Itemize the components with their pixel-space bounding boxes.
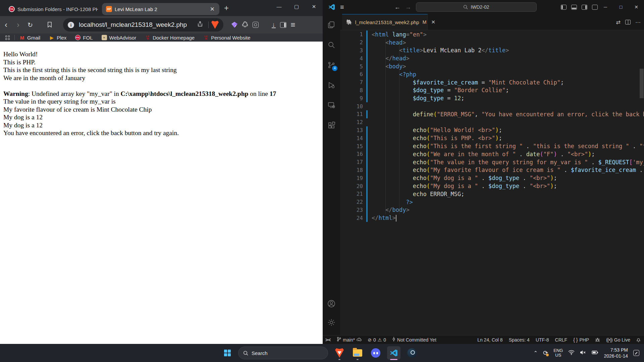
editor-tab-strip: 🐘 l_mclean215318_week2.php M ✕ ⇄ ⋯ — [323, 14, 644, 30]
git-commit-status[interactable]: Not Committed Yet — [392, 337, 436, 343]
sidebar-toggle-icon[interactable] — [280, 22, 286, 28]
new-tab-button[interactable]: + — [224, 3, 229, 13]
indentation-setting[interactable]: Spaces: 4 — [509, 337, 530, 343]
blank-line — [3, 82, 323, 90]
battery-icon[interactable] — [592, 350, 598, 356]
divider — [14, 35, 15, 40]
share-icon[interactable] — [197, 21, 203, 28]
address-bar[interactable]: i localhost/l_mclean215318_week2.php — [63, 18, 223, 32]
errors-icon: ⊘ — [368, 337, 372, 343]
reader-mode-icon[interactable] — [253, 22, 259, 28]
taskbar-brave-icon[interactable] — [333, 346, 346, 360]
taskbar-vscode-icon[interactable] — [387, 346, 400, 360]
remote-indicator[interactable]: >< — [325, 337, 331, 343]
code-line[interactable]: 24</html> — [340, 214, 644, 222]
account-icon[interactable] — [323, 296, 340, 312]
notification-center-icon[interactable] — [633, 350, 639, 356]
clock[interactable]: 7:53 PM 2026-01-14 — [604, 347, 628, 359]
go-back-icon[interactable]: ← — [394, 4, 400, 11]
line-number: 2 — [340, 39, 363, 46]
divider — [208, 21, 209, 28]
code-line[interactable]: 1<html lang="en"> — [340, 31, 644, 39]
bookmark-webadvisor[interactable]: ≈WebAdvisor — [102, 35, 137, 41]
minimize-button[interactable]: — — [270, 0, 288, 13]
encoding-setting[interactable]: UTF-8 — [536, 337, 549, 343]
tab-close-icon[interactable]: ✕ — [431, 19, 435, 25]
windows-taskbar: Search ⌃ ⟳ ENGUS 7:53 PM 2026-01-14 — [0, 344, 644, 362]
more-actions-icon[interactable]: ⋯ — [635, 19, 641, 25]
brave-shield-icon[interactable] — [211, 21, 219, 29]
line-number: 1 — [340, 31, 363, 38]
reload-icon[interactable]: ↻ — [24, 21, 36, 29]
maximize-button[interactable]: ▢ — [288, 0, 305, 13]
run-debug-icon[interactable] — [323, 77, 340, 93]
source-control-icon[interactable]: 4 — [323, 57, 340, 73]
taskbar-steam-icon[interactable] — [405, 346, 419, 360]
fol-favicon: FOL — [9, 6, 15, 12]
bookmark-fol[interactable]: FOLFOL — [75, 35, 93, 41]
downloads-icon[interactable]: ↓ — [272, 22, 276, 28]
toggle-secondary-sidebar-icon[interactable] — [582, 5, 587, 10]
bookmark-docker-homepage[interactable]: LE VIDocker Homepage — [145, 35, 195, 41]
taskbar-search[interactable]: Search — [238, 347, 328, 359]
browser-tab-levi-mclean-lab2[interactable]: XP Levi McLean Lab 2 ✕ — [102, 3, 219, 15]
page-text-line: My favorite flavour of ice cream is Mint… — [3, 106, 323, 114]
editor-tab-active[interactable]: 🐘 l_mclean215318_week2.php M ✕ — [342, 14, 428, 30]
toggle-panel-icon[interactable] — [571, 5, 577, 10]
xampp-favicon: XP — [106, 6, 112, 12]
taskbar-file-explorer-icon[interactable] — [351, 346, 364, 360]
settings-gear-icon[interactable] — [323, 314, 340, 330]
back-icon[interactable]: ‹ — [0, 20, 12, 29]
line-number: 13 — [340, 127, 363, 133]
onedrive-sync-icon[interactable]: ⟳ — [543, 349, 548, 357]
split-editor-icon[interactable] — [625, 20, 631, 24]
language-mode[interactable]: { } PHP — [573, 337, 589, 343]
toggle-primary-sidebar-icon[interactable] — [561, 5, 567, 10]
git-modified-gutter — [366, 158, 368, 166]
spider-debug-icon[interactable] — [595, 338, 600, 342]
git-modified-gutter — [366, 174, 368, 182]
warning-line-number: 17 — [270, 90, 276, 97]
tray-overflow-chevron-icon[interactable]: ⌃ — [534, 350, 538, 356]
browser-menu-icon[interactable]: ≡ — [291, 20, 295, 29]
problems-item[interactable]: ⊘0 ⚠0 — [368, 337, 386, 343]
vscode-menu-icon[interactable]: ≡ — [340, 3, 344, 11]
cursor-position[interactable]: Ln 24, Col 8 — [477, 337, 503, 343]
remote-explorer-icon[interactable] — [323, 97, 340, 113]
apps-grid-icon[interactable] — [5, 36, 10, 40]
go-forward-icon[interactable]: → — [405, 4, 411, 11]
site-info-icon[interactable]: i — [68, 22, 74, 28]
close-button[interactable]: ✕ — [305, 0, 323, 13]
volume-muted-icon[interactable] — [580, 350, 586, 356]
notifications-bell-icon[interactable] — [636, 338, 641, 342]
input-language-indicator[interactable]: ENGUS — [553, 348, 563, 358]
code-editor[interactable]: 1<html lang="en">2 <head>3 <title>Levi M… — [340, 31, 644, 335]
url-text[interactable]: localhost/l_mclean215318_week2.php — [79, 21, 195, 28]
extensions-puzzle-icon[interactable] — [242, 21, 248, 29]
extensions-icon[interactable] — [323, 117, 340, 133]
eol-setting[interactable]: CRLF — [555, 337, 568, 343]
tab-close-icon[interactable]: ✕ — [209, 6, 215, 13]
browser-tab-submission-folders[interactable]: FOL Submission Folders - INFO-1208 PHP — [5, 3, 102, 15]
bookmark-gmail[interactable]: MGmail — [19, 35, 40, 41]
tab-title: Levi McLean Lab 2 — [115, 6, 207, 12]
editor-scrollbar-thumb[interactable] — [640, 69, 644, 98]
taskbar-discord-icon[interactable] — [369, 346, 382, 360]
search-icon[interactable] — [323, 37, 340, 53]
git-branch-item[interactable]: main* — [337, 337, 362, 343]
go-live-item[interactable]: ((•)) Go Live — [606, 337, 630, 343]
wifi-icon[interactable] — [568, 350, 575, 356]
customize-layout-icon[interactable] — [592, 5, 598, 10]
minimize-button[interactable]: ─ — [598, 0, 613, 14]
forward-icon[interactable]: › — [12, 20, 24, 29]
command-center-search[interactable]: IWD2-02 — [416, 2, 537, 12]
open-changes-icon[interactable]: ⇄ — [616, 19, 621, 25]
bookmark-plex[interactable]: ▶Plex — [49, 35, 66, 41]
bookmark-personal-website[interactable]: LE VIPersonal Website — [203, 35, 250, 41]
brave-leo-icon[interactable]: 1 — [231, 22, 237, 28]
start-button[interactable] — [224, 350, 231, 356]
bookmark-icon[interactable] — [44, 20, 56, 29]
maximize-button[interactable]: □ — [613, 0, 629, 14]
explorer-icon[interactable] — [323, 17, 340, 33]
close-button[interactable]: ✕ — [629, 0, 644, 14]
